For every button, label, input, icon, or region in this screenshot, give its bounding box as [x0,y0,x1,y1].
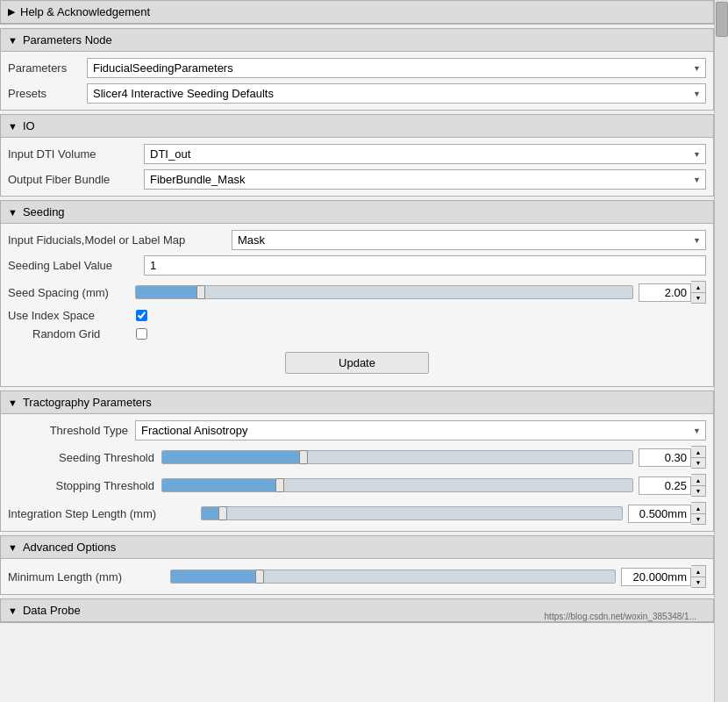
stopping-threshold-down-button[interactable]: ▼ [691,485,705,496]
seed-spacing-spinbox: ▲ ▼ [639,281,706,304]
seeding-section-label: Seeding [23,205,65,218]
stopping-threshold-slider-container [161,478,633,492]
integration-step-slider-container [201,506,623,520]
seeding-threshold-up-button[interactable]: ▲ [691,447,705,457]
url-bar: https://blog.csdn.net/woxin_385348/1... [545,610,714,623]
parameters-node-label: Parameters Node [23,33,112,47]
parameters-row: Parameters FiducialSeedingParameters [1,55,713,81]
presets-label: Presets [8,87,87,100]
seeding-threshold-down-button[interactable]: ▼ [691,457,705,468]
output-fiber-row: Output Fiber Bundle FiberBundle_Mask [1,167,713,192]
stopping-threshold-spinbox: ▲ ▼ [639,474,706,497]
help-section-label: Help & Acknowledgement [20,5,150,18]
io-section-label: IO [23,119,35,133]
advanced-arrow-icon: ▼ [8,542,18,553]
tractography-section-header[interactable]: ▼ Tractography Parameters [1,391,713,414]
advanced-section-content: Minimum Length (mm) ▲ ▼ [1,559,713,594]
min-length-track[interactable] [170,569,616,584]
integration-step-spinbox: ▲ ▼ [628,502,706,525]
seeding-threshold-spinbox: ▲ ▼ [639,446,706,469]
seed-spacing-spin-buttons: ▲ ▼ [691,281,706,304]
seeding-section-header[interactable]: ▼ Seeding [1,201,713,224]
parameters-node-content: Parameters FiducialSeedingParameters Pre… [1,52,713,110]
tractography-section-content: Threshold Type Fractional Anisotropy See… [1,414,713,531]
parameters-dropdown-wrapper: FiducialSeedingParameters [87,58,706,78]
seeding-threshold-value[interactable] [639,448,691,467]
seeding-threshold-label: Seeding Threshold [8,451,161,464]
seed-spacing-up-button[interactable]: ▲ [691,282,705,292]
random-grid-label: Random Grid [8,327,131,340]
integration-step-row: Integration Step Length (mm) ▲ ▼ [1,499,713,527]
update-button[interactable]: Update [285,352,429,374]
parameters-dropdown[interactable]: FiducialSeedingParameters [87,58,706,78]
presets-row: Presets Slicer4 Interactive Seeding Defa… [1,81,713,106]
integration-step-label: Integration Step Length (mm) [8,507,201,520]
parameters-node-arrow-icon: ▼ [8,35,18,46]
advanced-section: ▼ Advanced Options Minimum Length (mm) ▲… [0,535,714,595]
min-length-down-button[interactable]: ▼ [691,577,705,587]
seed-spacing-thumb[interactable] [196,285,205,299]
output-fiber-dropdown-wrapper: FiberBundle_Mask [144,169,706,190]
integration-step-value[interactable] [628,505,691,523]
random-grid-row: Random Grid [1,325,713,343]
seeding-label-row: Seeding Label Value [1,253,713,278]
stopping-threshold-value[interactable] [639,476,691,495]
threshold-type-dropdown[interactable]: Fractional Anisotropy [135,420,706,441]
seeding-section: ▼ Seeding Input Fiducials,Model or Label… [0,200,714,387]
seed-spacing-value[interactable] [639,283,691,302]
seed-spacing-down-button[interactable]: ▼ [691,292,705,303]
fiducials-row: Input Fiducials,Model or Label Map Mask [1,227,713,253]
parameters-label: Parameters [8,61,87,75]
seeding-label-input[interactable] [144,255,706,276]
seeding-arrow-icon: ▼ [8,207,18,218]
threshold-type-dropdown-wrapper: Fractional Anisotropy [135,420,706,441]
seeding-section-content: Input Fiducials,Model or Label Map Mask … [1,224,713,386]
min-length-spin-buttons: ▲ ▼ [691,565,706,588]
stopping-threshold-up-button[interactable]: ▲ [691,475,705,485]
integration-step-thumb[interactable] [218,506,227,520]
min-length-label: Minimum Length (mm) [8,570,170,584]
help-arrow-icon: ▶ [8,6,15,18]
seed-spacing-row: Seed Spacing (mm) ▲ ▼ [1,278,713,306]
integration-step-spin-buttons: ▲ ▼ [691,502,706,525]
data-probe-section-label: Data Probe [23,604,81,617]
presets-dropdown[interactable]: Slicer4 Interactive Seeding Defaults [87,83,706,104]
min-length-slider-container [170,569,616,584]
random-grid-checkbox[interactable] [136,328,147,340]
input-dti-dropdown[interactable]: DTI_out [144,144,706,164]
stopping-threshold-thumb[interactable] [275,478,284,492]
io-section-header[interactable]: ▼ IO [1,115,713,138]
use-index-space-row: Use Index Space [1,306,713,325]
min-length-up-button[interactable]: ▲ [691,566,705,577]
parameters-node-section: ▼ Parameters Node Parameters FiducialSee… [0,28,714,111]
output-fiber-dropdown[interactable]: FiberBundle_Mask [144,169,706,190]
tractography-section-label: Tractography Parameters [23,396,152,409]
min-length-thumb[interactable] [255,569,264,584]
scrollbar-thumb[interactable] [716,2,728,37]
stopping-threshold-label: Stopping Threshold [8,479,161,492]
seeding-threshold-thumb[interactable] [299,450,308,464]
threshold-type-row: Threshold Type Fractional Anisotropy [1,418,713,443]
seeding-threshold-track[interactable] [161,450,633,464]
tractography-arrow-icon: ▼ [8,398,18,408]
seeding-threshold-row: Seeding Threshold ▲ ▼ [1,443,713,471]
parameters-node-header[interactable]: ▼ Parameters Node [1,29,713,52]
help-section-header[interactable]: ▶ Help & Acknowledgement [1,1,713,24]
advanced-section-label: Advanced Options [23,541,116,554]
fiducials-dropdown[interactable]: Mask [232,230,706,250]
use-index-space-checkbox[interactable] [136,310,147,321]
integration-step-track[interactable] [201,506,623,520]
io-arrow-icon: ▼ [8,121,18,132]
integration-step-up-button[interactable]: ▲ [691,503,705,513]
io-section: ▼ IO Input DTI Volume DTI_out Output Fib… [0,114,714,197]
stopping-threshold-track[interactable] [161,478,633,492]
min-length-spinbox: ▲ ▼ [621,565,706,588]
scrollbar[interactable] [714,0,728,702]
min-length-value[interactable] [621,568,691,586]
advanced-section-header[interactable]: ▼ Advanced Options [1,536,713,559]
stopping-threshold-spin-buttons: ▲ ▼ [691,474,706,497]
seeding-label-text: Seeding Label Value [8,259,144,272]
seed-spacing-slider-container [135,285,633,299]
integration-step-down-button[interactable]: ▼ [691,513,705,524]
seed-spacing-track[interactable] [135,285,633,299]
